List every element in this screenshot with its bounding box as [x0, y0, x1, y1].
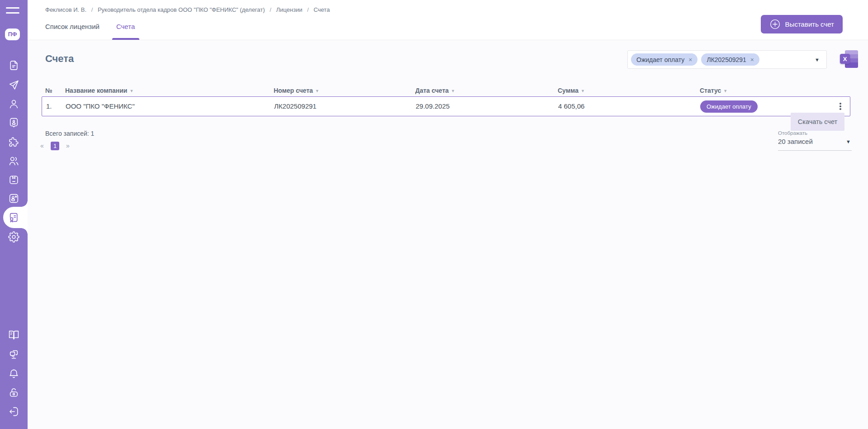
row-actions-menu: Скачать счет	[791, 113, 844, 131]
cell-invoice-date: 29.09.2025	[416, 97, 450, 116]
create-invoice-label: Выставить счет	[785, 20, 834, 28]
excel-export-button[interactable]: X	[840, 50, 859, 68]
breadcrumb-separator: /	[307, 6, 309, 13]
sort-icon: ▼	[315, 89, 319, 93]
breadcrumb-licenses[interactable]: Лицензии	[276, 6, 302, 13]
excel-x-icon: X	[840, 54, 850, 64]
page-title: Счета	[45, 53, 74, 65]
sidebar-item-user[interactable]	[0, 94, 28, 114]
page-size-dropdown-icon[interactable]: ▼	[846, 139, 851, 144]
breadcrumb-separator: /	[91, 6, 93, 13]
sort-icon: ▼	[451, 89, 455, 93]
app-window: ПФ	[0, 0, 868, 429]
open-book-icon	[8, 329, 19, 341]
bell-icon	[8, 368, 19, 379]
topbar: Феклисов И. В. / Руководитель отдела кад…	[28, 0, 868, 40]
page-size-value: 20 записей	[778, 138, 813, 145]
filter-chip-status[interactable]: Ожидает оплату ×	[631, 53, 697, 66]
chat-icon	[8, 348, 19, 360]
sidebar-item-send[interactable]	[0, 75, 28, 95]
sidebar-item-licenses[interactable]	[0, 208, 28, 227]
column-header-invoice-date[interactable]: Дата счета▼	[415, 87, 455, 94]
column-header-company[interactable]: Название компании▼	[65, 87, 133, 94]
license-icon	[8, 212, 19, 223]
sidebar-item-id-badge[interactable]	[0, 113, 28, 132]
cell-row-number: 1.	[46, 97, 52, 116]
user-add-icon	[8, 193, 19, 204]
users-icon	[8, 155, 19, 167]
sidebar-item-notifications[interactable]	[0, 364, 28, 383]
cell-invoice-number: ЛК202509291	[274, 97, 317, 116]
prev-page-button[interactable]: «	[38, 141, 47, 150]
chip-remove-icon[interactable]: ×	[750, 57, 754, 63]
column-header-invoice-number[interactable]: Номер счета▼	[274, 87, 319, 94]
filter-input[interactable]: Ожидает оплату × ЛК202509291 × ▼	[627, 50, 827, 69]
sidebar-item-users[interactable]	[0, 151, 28, 171]
tab-invoices[interactable]: Счета	[116, 23, 135, 40]
sidebar-item-docs[interactable]	[0, 325, 28, 345]
plus-circle-icon	[769, 19, 781, 30]
puzzle-icon	[8, 136, 19, 148]
sidebar-item-products[interactable]	[0, 170, 28, 190]
breadcrumb-role[interactable]: Руководитель отдела кадров ООО "ПКО "ФЕН…	[98, 6, 265, 13]
page-size-label: Отображать	[778, 130, 852, 136]
sidebar-item-settings[interactable]	[0, 227, 28, 247]
cell-company: ООО "ПКО "ФЕНИКС"	[66, 97, 135, 116]
sidebar-item-document[interactable]	[0, 56, 28, 75]
id-badge-icon	[8, 117, 19, 128]
breadcrumb-separator: /	[270, 6, 271, 13]
sidebar: ПФ	[0, 0, 28, 429]
table-row[interactable]: 1. ООО "ПКО "ФЕНИКС" ЛК202509291 29.09.2…	[42, 96, 850, 116]
main-content: Счета Ожидает оплату × ЛК202509291 × ▼ X…	[28, 41, 868, 429]
next-page-button[interactable]: »	[63, 141, 72, 150]
menu-item-download-invoice[interactable]: Скачать счет	[798, 118, 837, 125]
filter-chip-label: Ожидает оплату	[636, 56, 684, 63]
pagination: « 1 »	[38, 141, 72, 150]
filter-dropdown-icon[interactable]: ▼	[815, 57, 820, 62]
logout-icon	[8, 406, 19, 417]
tab-license-list[interactable]: Список лицензий	[45, 23, 100, 40]
user-icon	[8, 98, 19, 110]
breadcrumb-user[interactable]: Феклисов И. В.	[45, 6, 86, 13]
chip-remove-icon[interactable]: ×	[688, 57, 692, 63]
current-page-button[interactable]: 1	[51, 142, 59, 150]
send-icon	[8, 79, 19, 91]
settings-icon	[8, 231, 19, 243]
breadcrumb: Феклисов И. В. / Руководитель отдела кад…	[45, 6, 330, 13]
sidebar-item-security[interactable]	[0, 383, 28, 402]
sidebar-item-support-chat[interactable]	[0, 344, 28, 364]
app-logo: ПФ	[5, 29, 20, 40]
sort-icon: ▼	[723, 89, 727, 93]
column-header-status[interactable]: Статус▼	[700, 87, 727, 94]
sort-icon: ▼	[581, 89, 585, 93]
page-size-select[interactable]: Отображать 20 записей ▼	[778, 130, 852, 151]
column-header-num: №	[45, 87, 52, 94]
sort-icon: ▼	[129, 89, 133, 93]
box-bookmark-icon	[8, 174, 19, 186]
sidebar-item-logout[interactable]	[0, 402, 28, 421]
document-icon	[8, 60, 19, 71]
filter-chip-label: ЛК202509291	[707, 56, 746, 63]
lock-open-icon	[8, 387, 19, 398]
breadcrumb-invoices: Счета	[313, 6, 330, 13]
status-badge: Ожидает оплату	[700, 100, 758, 113]
menu-toggle-button[interactable]	[6, 6, 19, 15]
sidebar-item-integrations[interactable]	[0, 132, 28, 152]
filter-chip-invoice-number[interactable]: ЛК202509291 ×	[701, 53, 759, 66]
tab-bar: Список лицензий Счета	[45, 23, 135, 40]
row-actions-kebab-icon[interactable]	[835, 101, 845, 111]
create-invoice-button[interactable]: Выставить счет	[761, 15, 843, 33]
cell-amount: 4 605,06	[558, 97, 584, 116]
total-records-label: Всего записей: 1	[45, 130, 94, 137]
column-header-amount[interactable]: Сумма▼	[558, 87, 585, 94]
